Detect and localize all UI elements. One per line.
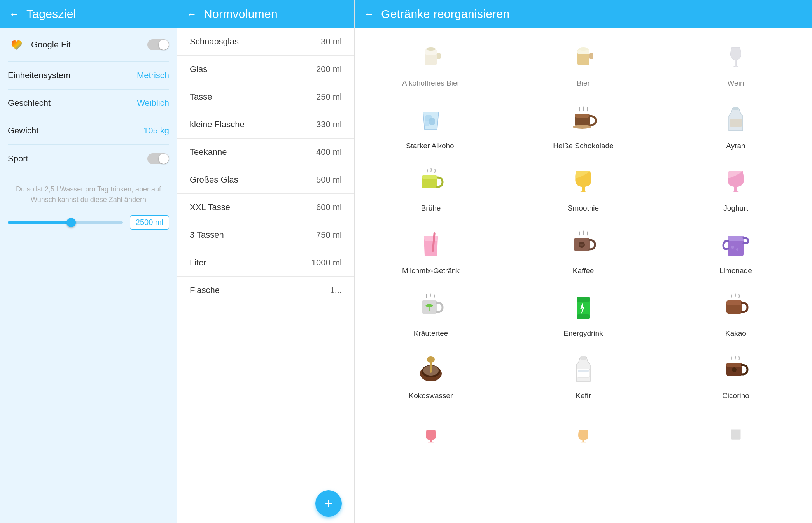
panel3-back-button[interactable]: ← bbox=[364, 8, 374, 20]
drink-icon-kakao bbox=[718, 290, 753, 325]
sport-toggle[interactable] bbox=[147, 153, 169, 164]
volume-row-tasse[interactable]: Tasse 250 ml bbox=[177, 83, 354, 111]
drink-icon-kraeutertee bbox=[413, 290, 448, 325]
volume-row-xxl-tasse[interactable]: XXL Tasse 600 ml bbox=[177, 194, 354, 221]
volume-name-8: Liter bbox=[190, 258, 206, 268]
drink-item-ayran[interactable]: Ayran bbox=[660, 95, 812, 158]
panel-getraenke: ← Getränke reorganisieren Alkoholfreies … bbox=[355, 0, 812, 523]
volume-row-3tassen[interactable]: 3 Tassen 750 ml bbox=[177, 221, 354, 249]
volume-row-flasche[interactable]: Flasche 1... bbox=[177, 277, 354, 304]
volume-row-glas[interactable]: Glas 200 ml bbox=[177, 56, 354, 83]
svg-rect-6 bbox=[589, 53, 593, 59]
drink-label-bier: Bier bbox=[577, 79, 590, 88]
slider-value: 2500 ml bbox=[130, 215, 169, 230]
drink-item-kefir[interactable]: Kefir bbox=[507, 345, 660, 408]
panel2-header: ← Normvolumen bbox=[177, 0, 354, 28]
gewicht-row[interactable]: Gewicht 105 kg bbox=[8, 117, 169, 145]
drink-label-alkoholfreies-bier: Alkoholfreies Bier bbox=[402, 79, 460, 88]
fab-container: + bbox=[177, 492, 354, 523]
drink-icon-bier bbox=[566, 40, 601, 75]
drink-item-kraeutertee[interactable]: Kräutertee bbox=[355, 283, 507, 346]
drink-item-limonade[interactable]: Limonade bbox=[660, 220, 812, 283]
volume-name-5: Großes Glas bbox=[190, 175, 238, 185]
drink-icon-kokoswasser bbox=[413, 352, 448, 387]
gewicht-label: Gewicht bbox=[8, 126, 38, 136]
drink-item-milchmix[interactable]: Milchmix-Getränk bbox=[355, 220, 507, 283]
svg-point-22 bbox=[736, 248, 738, 251]
volume-ml-5: 500 ml bbox=[316, 175, 342, 185]
volume-row-liter[interactable]: Liter 1000 ml bbox=[177, 249, 354, 277]
volume-name-0: Schnapsglas bbox=[190, 37, 239, 47]
panel2-back-button[interactable]: ← bbox=[187, 8, 197, 20]
slider-thumb[interactable] bbox=[66, 218, 76, 227]
panel3-header: ← Getränke reorganisieren bbox=[355, 0, 812, 28]
svg-rect-29 bbox=[726, 300, 742, 305]
svg-rect-12 bbox=[575, 114, 590, 118]
drink-item-joghurt[interactable]: Joghurt bbox=[660, 158, 812, 220]
drink-item-heisse-schokolade[interactable]: Heiße Schokolade bbox=[507, 95, 660, 158]
drink-icon-milchmix bbox=[413, 227, 448, 262]
svg-rect-9 bbox=[429, 118, 435, 125]
drink-label-ayran: Ayran bbox=[726, 141, 745, 151]
drink-icon-kefir bbox=[566, 352, 601, 387]
volume-row-kleine-flasche[interactable]: kleine Flasche 330 ml bbox=[177, 111, 354, 139]
svg-rect-2 bbox=[437, 53, 441, 59]
drink-item-smoothie[interactable]: Smoothie bbox=[507, 158, 660, 220]
svg-point-34 bbox=[427, 356, 435, 363]
drink-item-kokoswasser[interactable]: Kokoswasser bbox=[355, 345, 507, 408]
svg-rect-35 bbox=[580, 356, 586, 360]
drink-label-starker-alkohol: Starker Alkohol bbox=[406, 141, 456, 151]
volume-row-schnapsglas[interactable]: Schnapsglas 30 ml bbox=[177, 28, 354, 56]
goal-slider-track[interactable] bbox=[8, 221, 123, 224]
drink-icon-starker-alkohol bbox=[413, 102, 448, 137]
volume-name-4: Teekanne bbox=[190, 147, 227, 157]
drink-label-wein: Wein bbox=[728, 79, 744, 88]
geschlecht-row[interactable]: Geschlecht Weiblich bbox=[8, 90, 169, 117]
drink-item-energydrink[interactable]: Energydrink bbox=[507, 283, 660, 346]
drink-item-alkoholfreies-bier[interactable]: Alkoholfreies Bier bbox=[355, 33, 507, 95]
drink-item-starker-alkohol[interactable]: Starker Alkohol bbox=[355, 95, 507, 158]
google-fit-toggle[interactable] bbox=[147, 39, 169, 50]
slider-fill bbox=[8, 221, 71, 224]
drink-label-energydrink: Energydrink bbox=[564, 329, 603, 339]
drink-icon-partial-2 bbox=[566, 415, 601, 450]
add-volume-button[interactable]: + bbox=[315, 490, 342, 517]
drink-item-partial-1[interactable] bbox=[355, 408, 507, 461]
einheitensystem-row[interactable]: Einheitensystem Metrisch bbox=[8, 62, 169, 90]
svg-point-40 bbox=[732, 367, 737, 372]
drink-icon-smoothie bbox=[566, 165, 601, 200]
sport-label: Sport bbox=[8, 154, 28, 164]
goal-slider-container: 2500 ml bbox=[8, 211, 169, 237]
drink-icon-cicorino bbox=[718, 352, 753, 387]
drink-label-milchmix: Milchmix-Getränk bbox=[402, 266, 460, 276]
drink-label-kefir: Kefir bbox=[576, 391, 591, 401]
volume-row-grosses-glas[interactable]: Großes Glas 500 ml bbox=[177, 166, 354, 194]
google-fit-row: Google Fit bbox=[8, 28, 169, 62]
drink-item-kaffee[interactable]: Kaffee bbox=[507, 220, 660, 283]
google-fit-icon bbox=[8, 37, 24, 53]
svg-point-3 bbox=[426, 47, 436, 51]
svg-rect-39 bbox=[726, 363, 742, 367]
volume-row-teekanne[interactable]: Teekanne 400 ml bbox=[177, 139, 354, 166]
drink-icon-energydrink bbox=[566, 290, 601, 325]
volume-name-1: Glas bbox=[190, 64, 207, 74]
drink-icon-wein bbox=[718, 40, 753, 75]
panel1-back-button[interactable]: ← bbox=[9, 8, 19, 20]
drink-label-kaffee: Kaffee bbox=[573, 266, 594, 276]
drink-item-bier[interactable]: Bier bbox=[507, 33, 660, 95]
sport-row: Sport bbox=[8, 145, 169, 173]
drink-item-partial-2[interactable] bbox=[507, 408, 660, 461]
drink-item-cicorino[interactable]: Cicorino bbox=[660, 345, 812, 408]
drink-item-partial-3[interactable] bbox=[660, 408, 812, 461]
drink-label-cicorino: Cicorino bbox=[722, 391, 749, 401]
hint-text: Du sollst 2,5 l Wasser pro Tag trinken, … bbox=[8, 173, 169, 211]
gewicht-value: 105 kg bbox=[144, 126, 169, 136]
drink-label-bruehe: Brühe bbox=[421, 204, 441, 213]
google-fit-label: Google Fit bbox=[31, 40, 147, 50]
drink-icon-partial-3 bbox=[718, 415, 753, 450]
volume-name-9: Flasche bbox=[190, 285, 220, 295]
drink-item-bruehe[interactable]: Brühe bbox=[355, 158, 507, 220]
drink-item-wein[interactable]: Wein bbox=[660, 33, 812, 95]
svg-rect-27 bbox=[577, 314, 590, 319]
drink-item-kakao[interactable]: Kakao bbox=[660, 283, 812, 346]
